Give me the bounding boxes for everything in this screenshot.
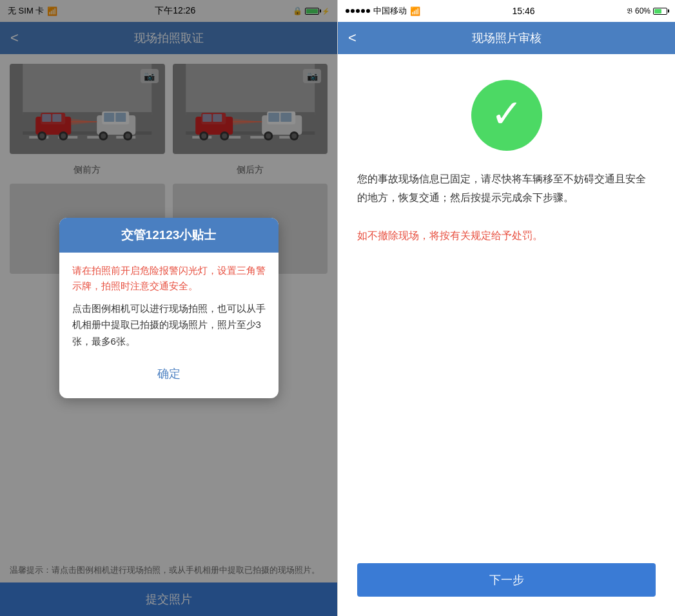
battery-fill-right [654,9,661,14]
dialog-overlay: 交管12123小贴士 请在拍照前开启危险报警闪光灯，设置三角警示牌，拍照时注意交… [0,0,337,616]
right-time: 15:46 [512,6,534,16]
dot-1 [346,9,349,13]
next-step-button[interactable]: 下一步 [357,563,656,597]
right-nav-bar: < 现场照片审核 [338,22,675,54]
battery-percent-text: 60% [635,6,651,15]
left-phone: 无 SIM 卡 📶 下午12:26 🔒 ⚡ < 现场拍照取证 [0,0,337,616]
dialog-red-text: 请在拍照前开启危险报警闪光灯，设置三角警示牌，拍照时注意交通安全。 [72,263,266,294]
dialog-footer: 确定 [59,354,279,398]
success-circle: ✓ [471,80,542,151]
right-content-area: ✓ 您的事故现场信息已固定，请尽快将车辆移至不妨碍交通且安全的地方，恢复交通；然… [338,54,675,616]
signal-dots [346,9,370,13]
dialog-body-text: 点击图例相机可以进行现场拍照，也可以从手机相册中提取已拍摄的现场照片，照片至少3… [72,300,266,350]
battery-right [653,8,667,15]
dot-4 [361,9,365,13]
carrier-text: 中国移动 [373,5,407,17]
dialog-confirm-button[interactable]: 确定 [132,361,206,387]
right-back-button[interactable]: < [348,30,357,46]
dialog-title: 交管12123小贴士 [121,228,217,242]
dot-2 [351,9,355,13]
wifi-icon-right: 📶 [410,6,420,16]
bluetooth-icon: 𝔅 [627,6,632,15]
dot-3 [356,9,360,13]
dialog-header: 交管12123小贴士 [59,218,279,253]
right-status-right: 𝔅 60% [627,6,667,15]
right-body-text: 您的事故现场信息已固定，请尽快将车辆移至不妨碍交通且安全的地方，恢复交通；然后按… [357,170,656,207]
right-warning-text: 如不撤除现场，将按有关规定给予处罚。 [357,227,656,244]
right-status-bar: 中国移动 📶 15:46 𝔅 60% [338,0,675,22]
right-nav-title: 现场照片审核 [472,30,542,46]
dialog-body: 请在拍照前开启危险报警闪光灯，设置三角警示牌，拍照时注意交通安全。 点击图例相机… [59,253,279,355]
dot-5 [366,9,370,13]
checkmark-icon: ✓ [491,95,523,133]
dialog-box: 交管12123小贴士 请在拍照前开启危险报警闪光灯，设置三角警示牌，拍照时注意交… [59,218,279,399]
right-phone: 中国移动 📶 15:46 𝔅 60% < 现场照片审核 ✓ 您的事故现场信息已固… [337,0,675,616]
right-status-left: 中国移动 📶 [346,5,420,17]
